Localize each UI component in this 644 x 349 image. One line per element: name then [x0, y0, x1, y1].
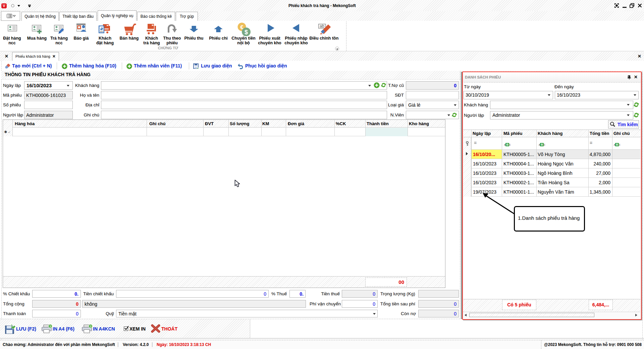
svg-text:?: ? — [90, 325, 91, 328]
svg-text:$: $ — [245, 29, 248, 36]
svg-text:?: ? — [49, 325, 51, 328]
svg-text:ab: ab — [320, 24, 324, 29]
